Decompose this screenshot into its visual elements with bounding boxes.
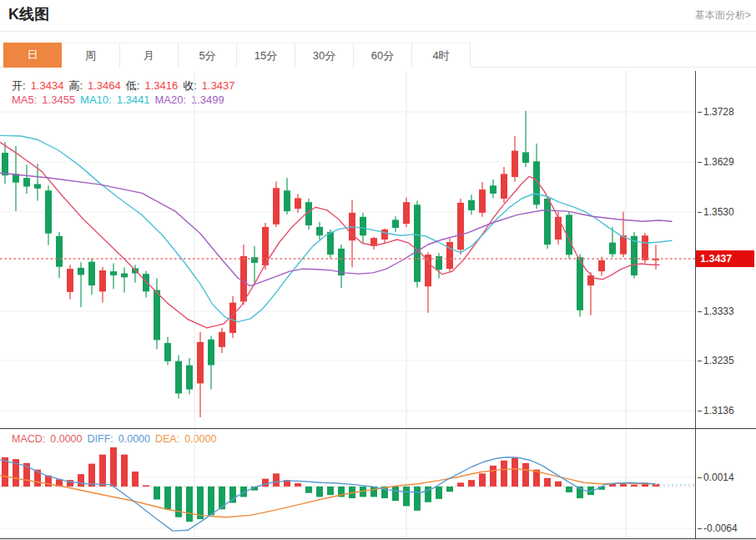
candle-body: [512, 151, 518, 177]
tab-interval-30分[interactable]: 30分: [295, 43, 354, 68]
macd-bar: [99, 455, 106, 487]
axis-tick: [698, 528, 702, 529]
macd-bar: [512, 457, 518, 487]
candle-body: [284, 190, 290, 211]
macd-axis-label: 0.0014: [698, 472, 734, 483]
candle-body: [479, 189, 486, 213]
current-price-badge: 1.3437: [696, 250, 754, 267]
candle-body: [143, 274, 149, 291]
tab-interval-周[interactable]: 周: [62, 43, 120, 68]
candle-body: [642, 235, 648, 260]
price-axis-line: [695, 71, 696, 538]
candle-body: [295, 198, 301, 209]
price-axis-label: 1.3235: [698, 355, 734, 366]
macd-bar: [164, 487, 171, 509]
candle-body: [544, 199, 551, 245]
macd-bar: [446, 487, 453, 492]
candle-body: [99, 270, 106, 291]
price-axis-label: 1.3333: [698, 305, 734, 317]
candle-body: [316, 227, 323, 235]
candle-body: [186, 366, 193, 390]
candle-body: [577, 257, 583, 310]
tab-interval-60分[interactable]: 60分: [354, 43, 412, 68]
tab-interval-5分[interactable]: 5分: [179, 43, 237, 68]
candle-body: [45, 190, 52, 233]
candle-body: [381, 230, 388, 240]
header-divider: [0, 31, 756, 32]
macd-bar: [566, 487, 572, 492]
macd-bar: [501, 461, 507, 487]
candlestick-chart[interactable]: [0, 71, 696, 429]
candle-body: [208, 340, 214, 366]
candle-body: [164, 343, 171, 361]
macd-bar: [403, 487, 410, 507]
macd-bar: [490, 466, 496, 487]
candle-body: [609, 243, 616, 255]
macd-bar: [197, 487, 204, 519]
candle-body: [2, 153, 8, 175]
tab-interval-日[interactable]: 日: [3, 43, 62, 68]
candle-body: [403, 202, 410, 224]
candlestick-layer: [2, 111, 659, 417]
candle-body: [67, 269, 73, 292]
macd-bar: [457, 482, 464, 487]
grid-layer: [0, 71, 695, 429]
candle-body: [219, 332, 225, 347]
interval-tabbar: 日周月5分15分30分60分4时: [0, 43, 756, 68]
macd-bar: [305, 487, 312, 493]
macd-chart[interactable]: [0, 429, 696, 538]
axis-tick: [698, 311, 702, 312]
axis-tick: [698, 361, 702, 361]
candle-body: [446, 242, 453, 269]
candle-body: [522, 152, 529, 163]
macd-bar: [154, 487, 160, 500]
candle-body: [251, 257, 258, 263]
tab-interval-4时[interactable]: 4时: [412, 43, 471, 68]
candle-body: [121, 274, 128, 278]
price-axis-label: 1.3530: [698, 206, 734, 218]
candle-body: [490, 185, 496, 194]
macd-bar: [132, 472, 139, 487]
macd-bar: [208, 487, 214, 515]
chart-bottom-border: [0, 538, 756, 539]
axis-tick: [698, 112, 702, 113]
candle-body: [392, 220, 399, 228]
axis-tick: [698, 212, 702, 213]
macd-bar: [78, 474, 84, 487]
candle-body: [154, 290, 160, 341]
macd-bar: [316, 487, 323, 497]
candle-body: [88, 262, 95, 285]
macd-bar: [392, 487, 399, 501]
macd-bar: [479, 473, 486, 487]
candle-body: [240, 256, 247, 301]
candle-body: [468, 200, 475, 210]
page-title: K线图: [8, 4, 49, 24]
macd-bar: [186, 487, 193, 522]
macd-bar: [631, 485, 638, 487]
candle-body: [175, 361, 182, 394]
macd-bar: [295, 483, 301, 487]
price-axis-label: 1.3629: [698, 156, 734, 168]
candle-body: [457, 203, 464, 250]
macd-bar: [175, 487, 182, 517]
macd-bar: [327, 487, 334, 495]
price-axis-label: 1.3136: [698, 405, 734, 416]
candle-body: [110, 271, 117, 275]
tab-interval-15分[interactable]: 15分: [237, 43, 295, 68]
candle-body: [501, 174, 507, 199]
macd-bar: [544, 478, 551, 487]
candle-body: [414, 204, 421, 281]
macd-bar: [273, 473, 280, 487]
candle-body: [23, 178, 30, 186]
macd-bar: [436, 487, 442, 499]
candle-body: [360, 217, 366, 235]
tab-interval-月[interactable]: 月: [120, 43, 179, 68]
macd-bar: [219, 487, 225, 509]
candle-body: [56, 236, 63, 267]
macd-bar: [468, 480, 475, 487]
fundamental-analysis-link[interactable]: 基本面分析>: [695, 8, 751, 23]
axis-tick: [698, 162, 702, 163]
macd-bar: [522, 463, 529, 487]
macd-bar: [143, 485, 149, 487]
macd-bar: [88, 464, 95, 487]
